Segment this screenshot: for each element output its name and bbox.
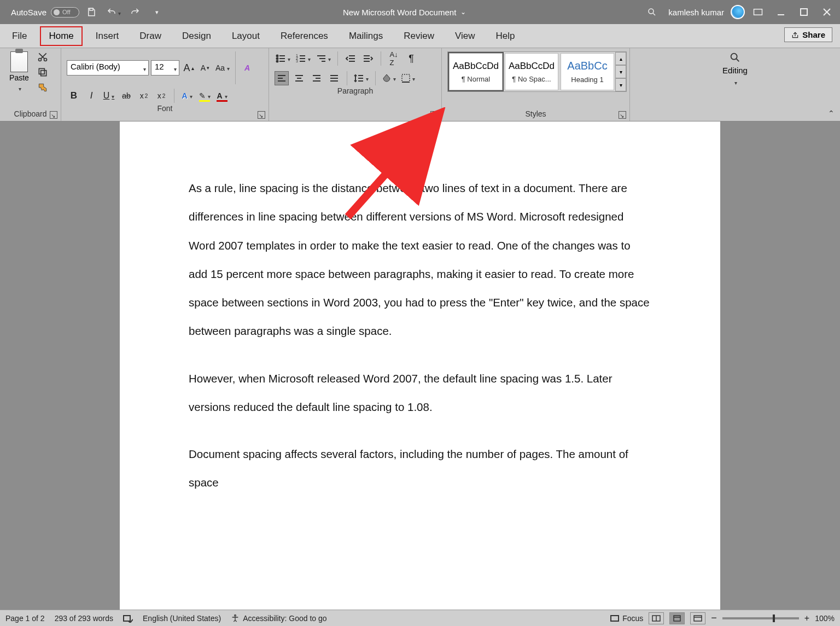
minimize-button[interactable] — [771, 2, 791, 22]
bold-button[interactable]: B — [67, 89, 81, 103]
web-layout-icon[interactable] — [690, 612, 705, 624]
numbering-icon[interactable]: 123 — [295, 51, 312, 66]
status-page[interactable]: Page 1 of 2 — [5, 614, 45, 623]
tab-view[interactable]: View — [447, 27, 483, 45]
font-name-value: Calibri (Body) — [71, 62, 120, 71]
paragraph-launcher[interactable] — [430, 111, 438, 119]
focus-mode-button[interactable]: Focus — [610, 614, 643, 623]
gallery-more-icon[interactable]: ▾ — [615, 78, 626, 91]
document-area[interactable]: As a rule, line spacing is the distance … — [0, 121, 840, 610]
tab-draw[interactable]: Draw — [132, 27, 169, 45]
share-button[interactable]: Share — [784, 27, 832, 42]
cut-icon[interactable] — [37, 51, 49, 63]
tab-file[interactable]: File — [4, 27, 34, 45]
read-mode-icon[interactable] — [649, 612, 664, 624]
ribbon-display-icon[interactable] — [748, 2, 768, 22]
format-painter-icon[interactable] — [37, 82, 49, 94]
superscript-button[interactable]: x2 — [154, 89, 168, 103]
user-name: kamlesh kumar — [668, 8, 724, 17]
font-launcher[interactable] — [258, 111, 265, 119]
chevron-down-icon — [733, 77, 737, 87]
tab-insert[interactable]: Insert — [88, 27, 127, 45]
gallery-scroll-down-icon[interactable]: ▾ — [615, 65, 626, 78]
title-dropdown-icon[interactable]: ⌄ — [460, 8, 466, 16]
autosave-toggle[interactable]: AutoSave Off — [11, 7, 79, 18]
save-icon[interactable] — [81, 2, 101, 22]
grow-font-icon[interactable]: A▴ — [182, 61, 196, 75]
shading-icon[interactable] — [381, 71, 397, 85]
paste-caret-icon — [18, 83, 21, 93]
gallery-scroll-up-icon[interactable]: ▴ — [615, 52, 626, 65]
borders-icon[interactable] — [400, 71, 416, 85]
status-language[interactable]: English (United States) — [143, 614, 221, 623]
strikethrough-button[interactable]: ab — [119, 89, 133, 103]
shrink-font-icon[interactable]: A▾ — [198, 61, 212, 75]
close-button[interactable] — [817, 2, 837, 22]
svg-point-15 — [277, 61, 278, 62]
print-layout-icon[interactable] — [669, 612, 685, 624]
font-size-combo[interactable]: 12 — [151, 60, 179, 76]
paste-button[interactable]: Paste — [5, 51, 33, 93]
tab-review[interactable]: Review — [396, 27, 442, 45]
tab-mailings[interactable]: Mailings — [341, 27, 390, 45]
status-accessibility[interactable]: Accessibility: Good to go — [231, 614, 326, 623]
text-effects-icon[interactable]: A — [180, 89, 194, 103]
style-normal[interactable]: AaBbCcDd ¶ Normal — [449, 53, 503, 90]
tab-design[interactable]: Design — [174, 27, 219, 45]
underline-button[interactable]: U — [102, 89, 116, 103]
editing-button[interactable]: Editing — [714, 51, 756, 87]
decrease-indent-icon[interactable] — [343, 51, 358, 66]
font-color-icon[interactable]: A — [215, 89, 229, 103]
justify-icon[interactable] — [327, 71, 341, 85]
redo-button[interactable] — [125, 2, 145, 22]
highlight-color-icon[interactable]: ✎ — [197, 89, 212, 103]
show-hide-paragraph-icon[interactable]: ¶ — [404, 51, 418, 66]
undo-button[interactable] — [103, 2, 123, 22]
spellcheck-icon[interactable] — [123, 614, 133, 623]
ribbon-tabs: File Home Insert Draw Design Layout Refe… — [0, 24, 840, 48]
copy-icon[interactable] — [37, 67, 49, 79]
change-case-icon[interactable]: Aa — [214, 61, 231, 75]
align-left-icon[interactable] — [275, 71, 289, 85]
zoom-out-button[interactable]: − — [711, 612, 717, 624]
align-center-icon[interactable] — [292, 71, 306, 85]
style-name: Heading 1 — [571, 76, 603, 84]
tab-layout[interactable]: Layout — [224, 27, 267, 45]
increase-indent-icon[interactable] — [361, 51, 375, 66]
style-heading-1[interactable]: AaBbCc Heading 1 — [561, 53, 614, 90]
search-icon[interactable] — [642, 2, 662, 22]
zoom-in-button[interactable]: + — [804, 613, 809, 623]
line-spacing-icon[interactable] — [353, 71, 370, 85]
document-page[interactable]: As a rule, line spacing is the distance … — [120, 121, 720, 610]
tab-home[interactable]: Home — [40, 26, 82, 46]
styles-launcher[interactable] — [619, 111, 626, 119]
tab-references[interactable]: References — [273, 27, 336, 45]
qat-more-icon[interactable]: ▾ — [147, 2, 167, 22]
paste-label: Paste — [9, 73, 29, 82]
multilevel-list-icon[interactable] — [315, 51, 332, 66]
svg-rect-10 — [39, 68, 44, 74]
svg-rect-51 — [124, 616, 130, 621]
tab-help[interactable]: Help — [488, 27, 523, 45]
svg-point-49 — [731, 54, 737, 60]
align-right-icon[interactable] — [310, 71, 324, 85]
bullets-icon[interactable] — [275, 51, 291, 66]
status-word-count[interactable]: 293 of 293 words — [55, 614, 113, 623]
accessibility-label: Accessibility: Good to go — [243, 614, 326, 623]
status-bar: Page 1 of 2 293 of 293 words English (Un… — [0, 610, 840, 626]
clipboard-launcher[interactable] — [50, 111, 57, 119]
sort-icon[interactable]: A↓Z — [387, 51, 401, 66]
italic-button[interactable]: I — [84, 89, 98, 103]
styles-group-label: Styles — [447, 108, 624, 120]
zoom-level[interactable]: 100% — [815, 614, 835, 623]
subscript-button[interactable]: x2 — [137, 89, 151, 103]
clear-formatting-icon[interactable]: A — [240, 61, 254, 75]
font-name-combo[interactable]: Calibri (Body) — [67, 60, 149, 76]
style-no-spacing[interactable]: AaBbCcDd ¶ No Spac... — [505, 53, 558, 90]
styles-gallery[interactable]: AaBbCcDd ¶ Normal AaBbCcDd ¶ No Spac... … — [447, 51, 627, 92]
collapse-ribbon-icon[interactable]: ⌃ — [828, 109, 835, 118]
avatar[interactable] — [731, 5, 745, 19]
zoom-slider[interactable] — [722, 617, 799, 619]
maximize-button[interactable] — [794, 2, 814, 22]
document-title: New Microsoft Word Document — [343, 8, 456, 17]
